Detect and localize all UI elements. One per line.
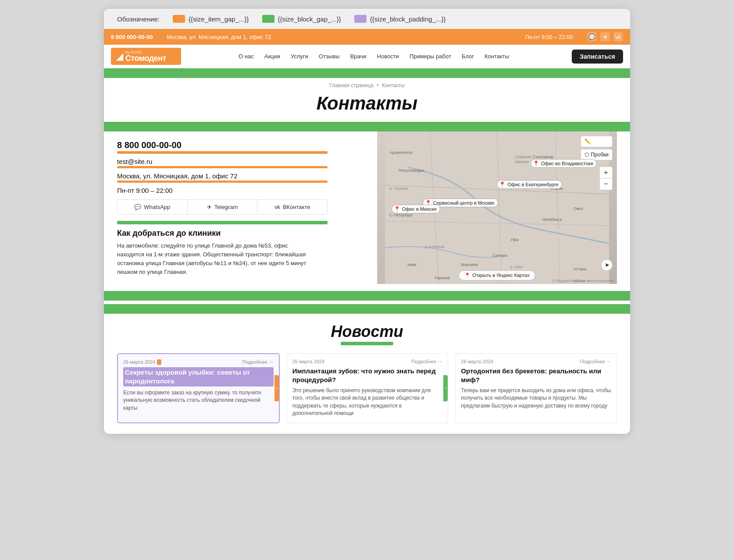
map-zoom-in[interactable]: + xyxy=(600,167,612,178)
news-card-2-arrow: › xyxy=(443,375,448,401)
how-to-title: Как добраться до клиники xyxy=(117,229,368,238)
news-card-1-date: 26 марта 2024 xyxy=(123,359,161,365)
vk-label: ВКонтакте xyxy=(283,204,310,210)
news-grid: 26 марта 2024 Подробнее → Секреты здоров… xyxy=(117,353,617,423)
breadcrumb-current: Контакты xyxy=(382,82,405,89)
contacts-block: 8 800 000-00-00 test@site.ru Москва, ул.… xyxy=(104,131,630,284)
svg-text:равнина: равнина xyxy=(515,160,529,164)
logo-by: by Smink xyxy=(125,50,166,54)
map-pin-vladivostok[interactable]: Офис во Владивостоке xyxy=(531,159,597,168)
news-card-1-arrow: › xyxy=(274,375,279,401)
news-card-2: 26 марта 2024 Подробнее → Имплантация зу… xyxy=(287,353,449,423)
map-area[interactable]: Петрозаводск Сыктывкар С-Петербург Мо Уф… xyxy=(377,131,617,284)
legend-label: Обозначение: xyxy=(117,15,160,23)
page-title: Контакты xyxy=(317,93,417,113)
map-pin-vladivostok-label: Офис во Владивостоке xyxy=(541,161,593,166)
map-controls: ✏️ ⬡ Пробки xyxy=(581,136,613,160)
green-gap-contacts-bottom xyxy=(104,291,630,301)
nav-bar: ◢ by Smink Стомодент О нас Акции Услуги … xyxy=(104,45,630,68)
whatsapp-icon[interactable]: 💬 xyxy=(587,32,597,42)
breadcrumb-sep: • xyxy=(377,82,378,89)
contact-email[interactable]: test@site.ru xyxy=(117,156,368,166)
logo[interactable]: ◢ by Smink Стомодент xyxy=(111,48,181,65)
news-title-underline xyxy=(341,342,393,345)
map-container[interactable]: Петрозаводск Сыктывкар С-Петербург Мо Уф… xyxy=(377,131,617,284)
news-card-3-text: Теперь вам не придется выходить из дома … xyxy=(461,387,611,410)
social-buttons: 💬 WhatsApp ✈ Telegram vk ВКонтакте xyxy=(117,199,328,215)
news-card-2-more[interactable]: Подробнее → xyxy=(411,359,442,364)
map-pin-minsk[interactable]: Офис в Минске xyxy=(392,205,440,213)
logo-text: by Smink Стомодент xyxy=(125,50,166,62)
svg-text:р. Урал: р. Урал xyxy=(510,265,523,269)
map-pin-ekb[interactable]: Офис в Екатеринбурге xyxy=(497,180,562,189)
green-strip-contacts-top xyxy=(104,122,630,131)
map-open-yandex[interactable]: 📍 Открыть в Яндекс Картах xyxy=(459,270,535,280)
news-card-3-title: Ортодонтия без брекетов: реальность или … xyxy=(461,367,611,385)
telegram-icon[interactable]: ✈ xyxy=(600,32,610,42)
legend-swatch-purple xyxy=(354,15,367,23)
contact-phone[interactable]: 8 800 000-00-00 xyxy=(117,138,368,151)
legend-item-green: {{size_block_gap_...}} xyxy=(262,15,341,23)
nav-link-portfolio[interactable]: Примеры работ xyxy=(404,50,456,62)
breadcrumb-home[interactable]: Главная страница xyxy=(329,82,374,89)
svg-text:Уфа: Уфа xyxy=(510,237,519,242)
contact-hours-row: Пн-пт 9:00 – 22:00 xyxy=(117,185,368,195)
logo-icon: ◢ xyxy=(116,51,123,62)
nav-link-reviews[interactable]: Отзывы xyxy=(314,50,345,62)
news-card-2-date: 26 марта 2024 xyxy=(292,359,324,364)
topbar-address: Москва, ул. Мясницкая, дом 1, офис 72 xyxy=(160,29,518,45)
nav-link-contacts[interactable]: Контакты xyxy=(479,50,514,62)
nav-link-news[interactable]: Новости xyxy=(372,50,404,62)
green-gap-news-top xyxy=(104,304,630,314)
svg-text:Северная: Северная xyxy=(515,155,531,159)
map-zoom-controls: + − xyxy=(599,167,613,190)
phone-underline xyxy=(117,151,328,154)
nav-cta-button[interactable]: Записаться xyxy=(572,50,623,64)
email-underline xyxy=(117,166,328,168)
legend-text-orange: {{size_item_gap_...}} xyxy=(189,15,249,23)
nav-link-about[interactable]: О нас xyxy=(233,50,259,62)
news-date-badge-1 xyxy=(157,359,161,365)
green-sep-how xyxy=(117,221,328,224)
whatsapp-button[interactable]: 💬 WhatsApp xyxy=(118,200,188,214)
news-section: Новости 26 марта 2024 Подробнее → Секрет… xyxy=(104,314,630,434)
news-card-1-more[interactable]: Подробнее → xyxy=(242,359,274,365)
news-card-3-more[interactable]: Подробнее → xyxy=(580,359,611,364)
map-navigation-button[interactable]: ➤ xyxy=(601,259,613,271)
svg-text:Самара: Самара xyxy=(492,253,507,258)
whatsapp-icon-btn: 💬 xyxy=(134,204,141,210)
svg-text:С-Петербург: С-Петербург xyxy=(389,213,413,217)
contacts-left: 8 800 000-00-00 test@site.ru Москва, ул.… xyxy=(117,131,377,284)
news-card-2-title: Имплантация зубов: что нужно знать перед… xyxy=(292,367,443,385)
nav-link-services[interactable]: Услуги xyxy=(285,50,314,62)
news-card-2-meta: 26 марта 2024 Подробнее → xyxy=(292,359,443,364)
legend-text-purple: {{size_block_padding_...}} xyxy=(370,15,446,23)
map-open-label: Открыть в Яндекс Картах xyxy=(472,273,529,278)
topbar-phone[interactable]: 8 800 000-00-00 xyxy=(104,29,160,45)
vk-icon-btn: vk xyxy=(274,204,280,210)
vk-button[interactable]: vk ВКонтакте xyxy=(257,200,327,214)
map-zoom-out[interactable]: − xyxy=(600,178,612,190)
top-bar: 8 800 000-00-00 Москва, ул. Мясницкая, д… xyxy=(104,29,630,45)
contact-hours: Пн-пт 9:00 – 22:00 xyxy=(117,185,368,195)
traffic-icon: ⬡ xyxy=(584,152,589,158)
map-scale: — 400 км — xyxy=(568,279,591,283)
topbar-hours: Пн-пт 9:00 – 22:00 xyxy=(518,29,580,45)
page-title-area: Контакты xyxy=(104,90,630,122)
news-title: Новости xyxy=(117,323,617,341)
nav-link-blog[interactable]: Блог xyxy=(456,50,479,62)
map-pencil-button[interactable]: ✏️ xyxy=(581,136,613,147)
svg-text:Челябинск: Челябинск xyxy=(542,217,562,222)
nav-link-doctors[interactable]: Врачи xyxy=(345,50,372,62)
news-card-1-title: Секреты здоровой улыбки: советы от парод… xyxy=(123,367,274,387)
news-card-3-meta: 26 марта 2024 Подробнее → xyxy=(461,359,611,364)
map-pin-minsk-label: Офис в Минске xyxy=(402,206,437,212)
breadcrumb: Главная страница • Контакты xyxy=(104,78,630,90)
svg-text:Архангельск: Архангельск xyxy=(389,150,413,155)
telegram-button[interactable]: ✈ Telegram xyxy=(188,200,258,214)
contact-address-row: Москва, ул. Мясницкая, дом 1, офис 72 xyxy=(117,171,368,183)
nav-link-promo[interactable]: Акции xyxy=(259,50,285,62)
map-pin-icon: 📍 xyxy=(464,273,470,278)
vk-icon[interactable]: vk xyxy=(613,32,623,42)
contact-phone-row: 8 800 000-00-00 xyxy=(117,138,368,154)
